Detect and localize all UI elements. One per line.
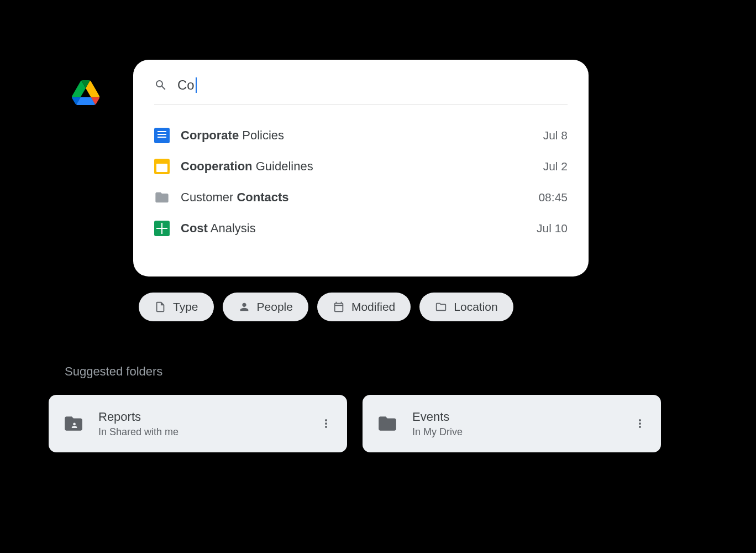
folder-icon [377,413,398,434]
search-icon [154,79,167,92]
folder-title: Reports [98,410,305,424]
text-cursor [196,77,197,93]
person-icon [238,301,250,313]
filter-chips-row: Type People Modified Location [139,293,513,321]
result-filename: Cost Analysis [181,221,526,236]
result-date: 08:45 [538,191,568,204]
chip-label: People [257,300,293,314]
search-input[interactable]: Co [177,77,197,93]
people-filter-chip[interactable]: People [223,293,308,321]
result-filename: Cooperation Guidelines [181,159,532,174]
modified-filter-chip[interactable]: Modified [317,293,411,321]
file-icon [154,301,166,313]
search-result-item[interactable]: Cost Analysis Jul 10 [154,213,568,244]
search-result-item[interactable]: Customer Contacts 08:45 [154,182,568,213]
more-options-icon[interactable] [319,417,333,430]
result-date: Jul 8 [543,129,568,142]
folder-title: Events [412,410,619,424]
chip-label: Type [173,300,198,314]
chip-label: Modified [351,300,395,314]
calendar-icon [333,301,345,313]
type-filter-chip[interactable]: Type [139,293,214,321]
shared-folder-icon [63,413,84,434]
location-filter-chip[interactable]: Location [419,293,513,321]
slides-icon [154,159,170,174]
result-date: Jul 10 [537,222,568,235]
search-dropdown-panel: Co Corporate Policies Jul 8 Cooperation … [133,60,589,276]
search-result-item[interactable]: Cooperation Guidelines Jul 2 [154,151,568,182]
folder-outline-icon [435,301,447,313]
drive-logo-icon [72,80,99,105]
search-query-text: Co [177,77,195,93]
search-results-list: Corporate Policies Jul 8 Cooperation Gui… [154,120,568,244]
docs-icon [154,128,170,143]
folder-card-reports[interactable]: Reports In Shared with me [49,395,347,452]
sheets-icon [154,221,170,236]
folder-card-events[interactable]: Events In My Drive [363,395,661,452]
result-date: Jul 2 [543,160,568,173]
result-filename: Corporate Policies [181,128,532,143]
folder-subtitle: In Shared with me [98,426,305,438]
folder-subtitle: In My Drive [412,426,619,438]
folder-card-text: Events In My Drive [412,410,619,438]
suggested-folders-heading: Suggested folders [65,364,162,379]
folder-icon [154,190,170,205]
folder-card-text: Reports In Shared with me [98,410,305,438]
search-result-item[interactable]: Corporate Policies Jul 8 [154,120,568,151]
more-options-icon[interactable] [633,417,647,430]
search-row[interactable]: Co [154,77,568,105]
result-filename: Customer Contacts [181,190,527,205]
chip-label: Location [454,300,497,314]
suggested-folders-row: Reports In Shared with me Events In My D… [49,395,661,452]
